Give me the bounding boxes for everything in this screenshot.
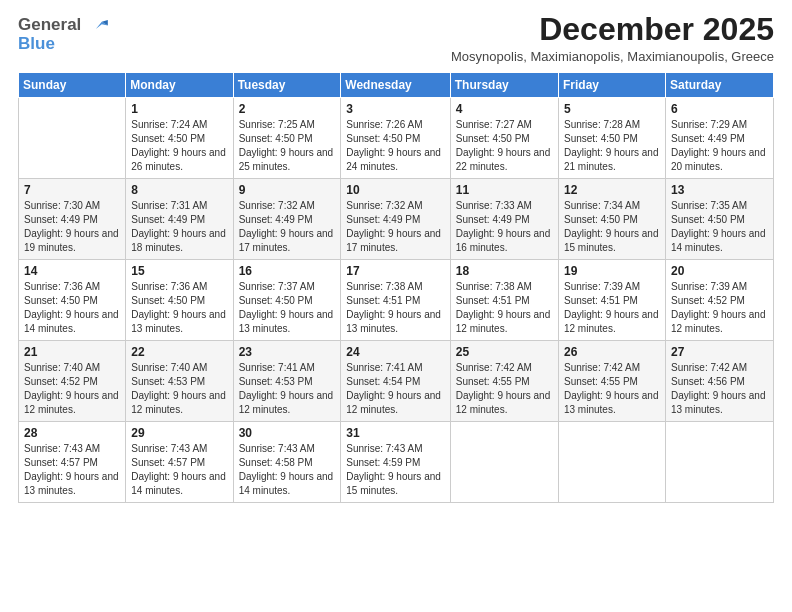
calendar-cell xyxy=(450,422,558,503)
day-number: 15 xyxy=(131,264,227,278)
logo-line2: Blue xyxy=(18,35,111,54)
day-info: Sunrise: 7:28 AMSunset: 4:50 PMDaylight:… xyxy=(564,118,660,174)
day-info: Sunrise: 7:38 AMSunset: 4:51 PMDaylight:… xyxy=(456,280,553,336)
month-title: December 2025 xyxy=(451,12,774,47)
day-info: Sunrise: 7:43 AMSunset: 4:59 PMDaylight:… xyxy=(346,442,444,498)
calendar-cell xyxy=(665,422,773,503)
title-block: December 2025 Mosynopolis, Maximianopoli… xyxy=(451,12,774,64)
day-info: Sunrise: 7:43 AMSunset: 4:57 PMDaylight:… xyxy=(24,442,120,498)
weekday-header-monday: Monday xyxy=(126,73,233,98)
day-info: Sunrise: 7:31 AMSunset: 4:49 PMDaylight:… xyxy=(131,199,227,255)
calendar-week-row: 28Sunrise: 7:43 AMSunset: 4:57 PMDayligh… xyxy=(19,422,774,503)
calendar-cell: 18Sunrise: 7:38 AMSunset: 4:51 PMDayligh… xyxy=(450,260,558,341)
day-info: Sunrise: 7:41 AMSunset: 4:53 PMDaylight:… xyxy=(239,361,336,417)
calendar-cell: 7Sunrise: 7:30 AMSunset: 4:49 PMDaylight… xyxy=(19,179,126,260)
calendar-container: General Blue December 2025 Mosynopolis, … xyxy=(0,0,792,513)
calendar-cell: 23Sunrise: 7:41 AMSunset: 4:53 PMDayligh… xyxy=(233,341,341,422)
day-info: Sunrise: 7:33 AMSunset: 4:49 PMDaylight:… xyxy=(456,199,553,255)
day-number: 31 xyxy=(346,426,444,440)
calendar-cell: 20Sunrise: 7:39 AMSunset: 4:52 PMDayligh… xyxy=(665,260,773,341)
day-info: Sunrise: 7:42 AMSunset: 4:55 PMDaylight:… xyxy=(456,361,553,417)
day-number: 5 xyxy=(564,102,660,116)
header-row: General Blue December 2025 Mosynopolis, … xyxy=(18,12,774,64)
calendar-cell: 29Sunrise: 7:43 AMSunset: 4:57 PMDayligh… xyxy=(126,422,233,503)
day-number: 20 xyxy=(671,264,768,278)
calendar-cell xyxy=(558,422,665,503)
day-info: Sunrise: 7:27 AMSunset: 4:50 PMDaylight:… xyxy=(456,118,553,174)
calendar-table: SundayMondayTuesdayWednesdayThursdayFrid… xyxy=(18,72,774,503)
calendar-cell: 30Sunrise: 7:43 AMSunset: 4:58 PMDayligh… xyxy=(233,422,341,503)
day-info: Sunrise: 7:32 AMSunset: 4:49 PMDaylight:… xyxy=(239,199,336,255)
day-number: 8 xyxy=(131,183,227,197)
subtitle: Mosynopolis, Maximianopolis, Maximianoup… xyxy=(451,49,774,64)
day-info: Sunrise: 7:43 AMSunset: 4:58 PMDaylight:… xyxy=(239,442,336,498)
calendar-week-row: 21Sunrise: 7:40 AMSunset: 4:52 PMDayligh… xyxy=(19,341,774,422)
calendar-cell: 4Sunrise: 7:27 AMSunset: 4:50 PMDaylight… xyxy=(450,98,558,179)
day-number: 12 xyxy=(564,183,660,197)
day-number: 18 xyxy=(456,264,553,278)
weekday-header-saturday: Saturday xyxy=(665,73,773,98)
calendar-cell: 24Sunrise: 7:41 AMSunset: 4:54 PMDayligh… xyxy=(341,341,450,422)
weekday-header-tuesday: Tuesday xyxy=(233,73,341,98)
weekday-header-sunday: Sunday xyxy=(19,73,126,98)
day-number: 2 xyxy=(239,102,336,116)
calendar-cell: 25Sunrise: 7:42 AMSunset: 4:55 PMDayligh… xyxy=(450,341,558,422)
day-info: Sunrise: 7:43 AMSunset: 4:57 PMDaylight:… xyxy=(131,442,227,498)
calendar-cell: 14Sunrise: 7:36 AMSunset: 4:50 PMDayligh… xyxy=(19,260,126,341)
day-number: 3 xyxy=(346,102,444,116)
calendar-cell: 19Sunrise: 7:39 AMSunset: 4:51 PMDayligh… xyxy=(558,260,665,341)
day-number: 27 xyxy=(671,345,768,359)
day-number: 21 xyxy=(24,345,120,359)
day-number: 17 xyxy=(346,264,444,278)
calendar-cell: 22Sunrise: 7:40 AMSunset: 4:53 PMDayligh… xyxy=(126,341,233,422)
weekday-header-row: SundayMondayTuesdayWednesdayThursdayFrid… xyxy=(19,73,774,98)
logo-bird-icon xyxy=(89,17,111,35)
calendar-cell: 16Sunrise: 7:37 AMSunset: 4:50 PMDayligh… xyxy=(233,260,341,341)
calendar-cell: 31Sunrise: 7:43 AMSunset: 4:59 PMDayligh… xyxy=(341,422,450,503)
day-info: Sunrise: 7:25 AMSunset: 4:50 PMDaylight:… xyxy=(239,118,336,174)
day-info: Sunrise: 7:34 AMSunset: 4:50 PMDaylight:… xyxy=(564,199,660,255)
calendar-cell: 3Sunrise: 7:26 AMSunset: 4:50 PMDaylight… xyxy=(341,98,450,179)
day-info: Sunrise: 7:42 AMSunset: 4:55 PMDaylight:… xyxy=(564,361,660,417)
day-info: Sunrise: 7:32 AMSunset: 4:49 PMDaylight:… xyxy=(346,199,444,255)
weekday-header-thursday: Thursday xyxy=(450,73,558,98)
day-number: 22 xyxy=(131,345,227,359)
day-info: Sunrise: 7:40 AMSunset: 4:52 PMDaylight:… xyxy=(24,361,120,417)
day-info: Sunrise: 7:36 AMSunset: 4:50 PMDaylight:… xyxy=(131,280,227,336)
calendar-week-row: 7Sunrise: 7:30 AMSunset: 4:49 PMDaylight… xyxy=(19,179,774,260)
day-number: 29 xyxy=(131,426,227,440)
calendar-cell: 26Sunrise: 7:42 AMSunset: 4:55 PMDayligh… xyxy=(558,341,665,422)
day-number: 4 xyxy=(456,102,553,116)
day-number: 11 xyxy=(456,183,553,197)
day-number: 16 xyxy=(239,264,336,278)
calendar-cell: 2Sunrise: 7:25 AMSunset: 4:50 PMDaylight… xyxy=(233,98,341,179)
calendar-cell: 17Sunrise: 7:38 AMSunset: 4:51 PMDayligh… xyxy=(341,260,450,341)
calendar-cell: 6Sunrise: 7:29 AMSunset: 4:49 PMDaylight… xyxy=(665,98,773,179)
calendar-cell: 28Sunrise: 7:43 AMSunset: 4:57 PMDayligh… xyxy=(19,422,126,503)
calendar-week-row: 14Sunrise: 7:36 AMSunset: 4:50 PMDayligh… xyxy=(19,260,774,341)
day-info: Sunrise: 7:30 AMSunset: 4:49 PMDaylight:… xyxy=(24,199,120,255)
day-info: Sunrise: 7:39 AMSunset: 4:51 PMDaylight:… xyxy=(564,280,660,336)
calendar-week-row: 1Sunrise: 7:24 AMSunset: 4:50 PMDaylight… xyxy=(19,98,774,179)
weekday-header-friday: Friday xyxy=(558,73,665,98)
calendar-cell: 10Sunrise: 7:32 AMSunset: 4:49 PMDayligh… xyxy=(341,179,450,260)
day-info: Sunrise: 7:24 AMSunset: 4:50 PMDaylight:… xyxy=(131,118,227,174)
day-info: Sunrise: 7:26 AMSunset: 4:50 PMDaylight:… xyxy=(346,118,444,174)
day-number: 10 xyxy=(346,183,444,197)
day-info: Sunrise: 7:41 AMSunset: 4:54 PMDaylight:… xyxy=(346,361,444,417)
day-number: 1 xyxy=(131,102,227,116)
day-number: 24 xyxy=(346,345,444,359)
calendar-cell: 12Sunrise: 7:34 AMSunset: 4:50 PMDayligh… xyxy=(558,179,665,260)
day-number: 26 xyxy=(564,345,660,359)
day-number: 13 xyxy=(671,183,768,197)
day-info: Sunrise: 7:39 AMSunset: 4:52 PMDaylight:… xyxy=(671,280,768,336)
calendar-cell: 15Sunrise: 7:36 AMSunset: 4:50 PMDayligh… xyxy=(126,260,233,341)
day-info: Sunrise: 7:38 AMSunset: 4:51 PMDaylight:… xyxy=(346,280,444,336)
day-info: Sunrise: 7:35 AMSunset: 4:50 PMDaylight:… xyxy=(671,199,768,255)
calendar-cell: 9Sunrise: 7:32 AMSunset: 4:49 PMDaylight… xyxy=(233,179,341,260)
calendar-cell: 21Sunrise: 7:40 AMSunset: 4:52 PMDayligh… xyxy=(19,341,126,422)
weekday-header-wednesday: Wednesday xyxy=(341,73,450,98)
logo: General Blue xyxy=(18,16,111,53)
calendar-cell: 11Sunrise: 7:33 AMSunset: 4:49 PMDayligh… xyxy=(450,179,558,260)
day-number: 14 xyxy=(24,264,120,278)
